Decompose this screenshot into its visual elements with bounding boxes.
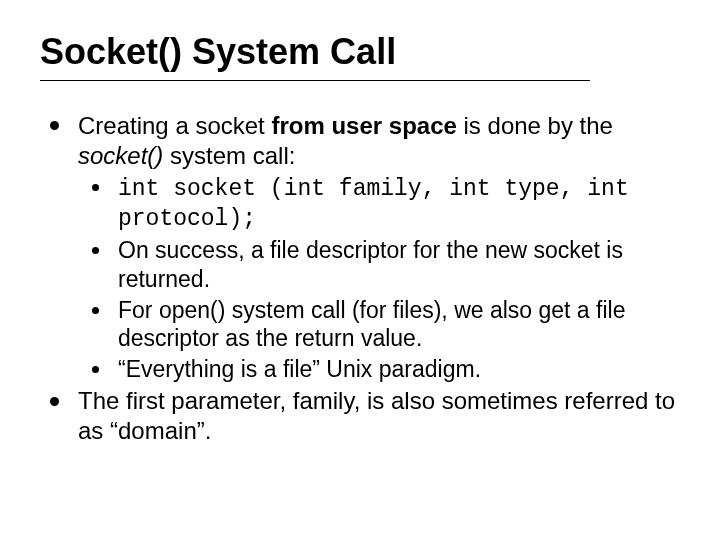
bullet-icon: [92, 247, 99, 254]
sub-bullet-item-1: int socket (int family, int type, int pr…: [92, 173, 680, 235]
bullet-icon: [92, 307, 99, 314]
body-text: For open() system call (for files), we a…: [118, 297, 625, 352]
slide-title: Socket() System Call: [40, 32, 680, 72]
text-fragment: is done by the: [457, 112, 613, 139]
text-fragment-italic: socket(): [78, 142, 163, 169]
bullet-item-1: Creating a socket from user space is don…: [50, 111, 680, 384]
bullet-item-2: The first parameter, family, is also som…: [50, 386, 680, 446]
body-text: On success, a file descriptor for the ne…: [118, 237, 623, 292]
code-text: int socket (int family, int type, int pr…: [118, 176, 629, 233]
bullet-icon: [92, 184, 99, 191]
body-text: The first parameter, family, is also som…: [78, 387, 675, 444]
sub-bullet-item-4: “Everything is a file” Unix paradigm.: [92, 355, 680, 384]
text-fragment: Creating a socket: [78, 112, 271, 139]
text-fragment: system call:: [163, 142, 295, 169]
sub-bullet-item-2: On success, a file descriptor for the ne…: [92, 236, 680, 294]
bullet-icon: [50, 121, 59, 130]
bullet-list-level2: int socket (int family, int type, int pr…: [92, 173, 680, 384]
bullet-icon: [50, 397, 59, 406]
title-underline: [40, 80, 590, 81]
bullet-icon: [92, 366, 99, 373]
text-fragment-bold: from user space: [271, 112, 456, 139]
bullet-list-level1: Creating a socket from user space is don…: [50, 111, 680, 446]
slide: Socket() System Call Creating a socket f…: [0, 0, 720, 540]
body-text: “Everything is a file” Unix paradigm.: [118, 356, 481, 382]
sub-bullet-item-3: For open() system call (for files), we a…: [92, 296, 680, 354]
